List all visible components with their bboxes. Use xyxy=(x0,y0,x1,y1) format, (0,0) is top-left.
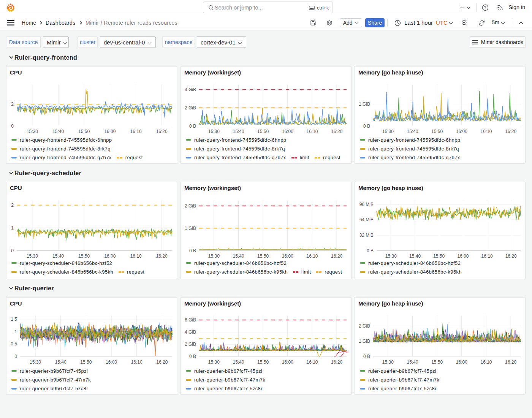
svg-text:16:10: 16:10 xyxy=(306,253,318,259)
svg-text:16:10: 16:10 xyxy=(130,253,142,259)
svg-text:15:30: 15:30 xyxy=(382,129,394,134)
svg-text:0: 0 xyxy=(14,354,17,359)
svg-text:15:50: 15:50 xyxy=(431,359,443,365)
svg-text:1.5: 1.5 xyxy=(11,317,17,322)
svg-text:16:00: 16:00 xyxy=(282,129,293,134)
svg-text:16:00: 16:00 xyxy=(282,359,293,365)
svg-text:15:30: 15:30 xyxy=(27,253,38,259)
svg-text:16:20: 16:20 xyxy=(505,253,517,259)
svg-text:64 MiB: 64 MiB xyxy=(359,217,374,222)
svg-text:15:50: 15:50 xyxy=(433,253,445,259)
svg-text:6 GiB: 6 GiB xyxy=(185,317,196,323)
svg-text:16:20: 16:20 xyxy=(156,129,168,134)
svg-text:0 B: 0 B xyxy=(189,124,196,129)
svg-text:0.5: 0.5 xyxy=(11,341,17,347)
svg-text:16:00: 16:00 xyxy=(104,253,116,259)
svg-text:2 GiB: 2 GiB xyxy=(359,323,370,329)
svg-text:16:00: 16:00 xyxy=(104,129,116,134)
svg-text:2 GiB: 2 GiB xyxy=(185,105,196,111)
svg-text:16:20: 16:20 xyxy=(156,253,168,259)
svg-text:16:20: 16:20 xyxy=(505,129,516,134)
svg-text:0: 0 xyxy=(11,124,14,129)
svg-text:15:40: 15:40 xyxy=(233,129,244,134)
svg-text:16:20: 16:20 xyxy=(156,359,168,365)
svg-text:16:10: 16:10 xyxy=(481,253,493,259)
svg-text:16:20: 16:20 xyxy=(331,359,342,365)
svg-text:1 GiB: 1 GiB xyxy=(359,101,370,107)
svg-text:16:00: 16:00 xyxy=(456,359,467,365)
svg-text:15:40: 15:40 xyxy=(233,253,244,259)
svg-text:1: 1 xyxy=(11,225,14,231)
svg-text:0 B: 0 B xyxy=(363,124,370,129)
svg-text:16:00: 16:00 xyxy=(106,359,117,365)
svg-text:15:50: 15:50 xyxy=(257,129,269,134)
svg-text:16:10: 16:10 xyxy=(130,129,142,134)
svg-text:15:50: 15:50 xyxy=(80,359,92,365)
svg-text:16:10: 16:10 xyxy=(480,129,492,134)
svg-text:2: 2 xyxy=(11,101,14,107)
svg-text:15:30: 15:30 xyxy=(27,129,38,134)
svg-text:15:30: 15:30 xyxy=(208,253,220,259)
svg-text:15:30: 15:30 xyxy=(382,359,394,365)
svg-text:16:10: 16:10 xyxy=(131,359,142,365)
svg-text:15:50: 15:50 xyxy=(431,129,443,134)
svg-text:2 GiB: 2 GiB xyxy=(185,203,196,209)
svg-text:15:30: 15:30 xyxy=(385,253,397,259)
svg-text:16:20: 16:20 xyxy=(331,253,342,259)
svg-text:16:10: 16:10 xyxy=(306,359,318,365)
svg-text:15:40: 15:40 xyxy=(55,359,66,365)
svg-text:16:20: 16:20 xyxy=(331,129,342,134)
svg-text:16:10: 16:10 xyxy=(480,359,492,365)
svg-text:15:50: 15:50 xyxy=(78,129,90,134)
svg-text:15:50: 15:50 xyxy=(78,253,90,259)
svg-text:0 B: 0 B xyxy=(189,354,196,359)
svg-text:16:10: 16:10 xyxy=(306,129,318,134)
svg-text:16:00: 16:00 xyxy=(456,129,467,134)
svg-text:15:30: 15:30 xyxy=(208,359,220,365)
svg-text:15:40: 15:40 xyxy=(233,359,244,365)
svg-text:96 MiB: 96 MiB xyxy=(359,202,374,207)
svg-text:16:20: 16:20 xyxy=(505,359,516,365)
svg-text:15:40: 15:40 xyxy=(407,359,418,365)
svg-text:16:00: 16:00 xyxy=(282,253,293,259)
svg-text:1: 1 xyxy=(14,329,17,334)
svg-text:15:50: 15:50 xyxy=(257,253,269,259)
svg-text:15:40: 15:40 xyxy=(52,253,64,259)
svg-text:2: 2 xyxy=(11,203,14,208)
svg-text:15:30: 15:30 xyxy=(208,129,220,134)
svg-text:1 GiB: 1 GiB xyxy=(185,226,196,231)
svg-text:1 GiB: 1 GiB xyxy=(359,339,370,344)
svg-text:15:40: 15:40 xyxy=(407,129,418,134)
svg-text:4 GiB: 4 GiB xyxy=(185,87,196,92)
svg-text:15:40: 15:40 xyxy=(52,129,64,134)
svg-text:32 MiB: 32 MiB xyxy=(359,233,374,238)
svg-text:4 GiB: 4 GiB xyxy=(185,329,196,335)
svg-text:2 GiB: 2 GiB xyxy=(185,342,196,347)
svg-text:15:40: 15:40 xyxy=(409,253,421,259)
svg-text:0 B: 0 B xyxy=(367,248,374,253)
svg-text:0: 0 xyxy=(11,248,14,253)
svg-text:15:30: 15:30 xyxy=(30,359,41,365)
svg-text:0 B: 0 B xyxy=(363,354,370,359)
svg-text:15:50: 15:50 xyxy=(257,359,269,365)
svg-text:16:00: 16:00 xyxy=(457,253,469,259)
svg-text:0 B: 0 B xyxy=(189,248,196,253)
